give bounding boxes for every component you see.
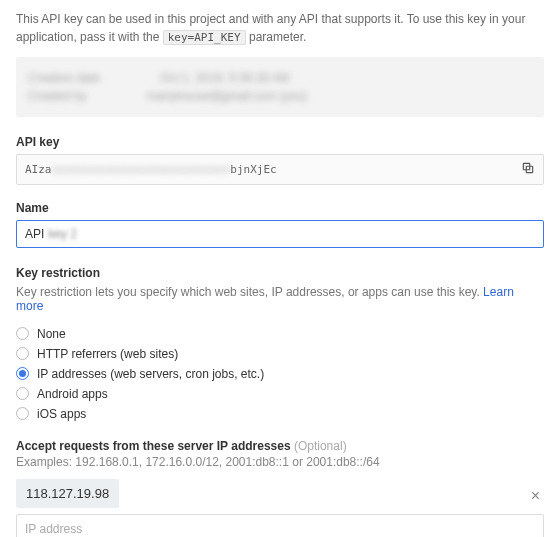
name-label: Name bbox=[16, 201, 544, 215]
api-key-prefix: AIza bbox=[25, 163, 52, 176]
api-key-field: AIzaxxxxxxxxxxxxxxxxxxxxxxxxxxxbjnXjEc bbox=[16, 154, 544, 185]
ip-address-input[interactable] bbox=[16, 514, 544, 538]
creation-meta-box: Creation date Oct 1, 2019, 5:38:28 AM Cr… bbox=[16, 57, 544, 117]
intro-part2: parameter. bbox=[249, 30, 306, 44]
api-key-suffix: bjnXjEc bbox=[230, 163, 276, 176]
ip-chip-label: 118.127.19.98 bbox=[26, 486, 109, 501]
radio-ios-apps[interactable]: iOS apps bbox=[16, 407, 544, 421]
radio-ip-addresses[interactable]: IP addresses (web servers, cron jobs, et… bbox=[16, 367, 544, 381]
meta-created-by-value: martyhouse@gmail.com (you) bbox=[147, 89, 307, 103]
meta-created-date-value: Oct 1, 2019, 5:38:28 AM bbox=[160, 71, 289, 85]
content-copy-icon[interactable] bbox=[521, 161, 535, 178]
intro-code: key=API_KEY bbox=[163, 30, 246, 45]
close-icon[interactable]: × bbox=[527, 487, 544, 505]
ip-chip[interactable]: 118.127.19.98 bbox=[16, 479, 119, 508]
ip-heading: Accept requests from these server IP add… bbox=[16, 439, 291, 453]
radio-label: HTTP referrers (web sites) bbox=[37, 347, 178, 361]
radio-label: IP addresses (web servers, cron jobs, et… bbox=[37, 367, 264, 381]
radio-dot-icon bbox=[16, 387, 29, 400]
radio-label: Android apps bbox=[37, 387, 108, 401]
radio-label: iOS apps bbox=[37, 407, 86, 421]
radio-dot-icon bbox=[16, 347, 29, 360]
api-key-label: API key bbox=[16, 135, 544, 149]
radio-http-referrers[interactable]: HTTP referrers (web sites) bbox=[16, 347, 544, 361]
ip-optional: (Optional) bbox=[294, 439, 347, 453]
radio-label: None bbox=[37, 327, 66, 341]
radio-dot-selected-icon bbox=[16, 367, 29, 380]
name-input[interactable]: API key 2 bbox=[16, 220, 544, 248]
ip-chip-row: 118.127.19.98 × bbox=[16, 479, 544, 514]
intro-text: This API key can be used in this project… bbox=[16, 10, 544, 47]
restriction-heading: Key restriction bbox=[16, 266, 544, 280]
restriction-help: Key restriction lets you specify which w… bbox=[16, 285, 544, 313]
name-value-hidden: key 2 bbox=[48, 227, 77, 241]
api-key-value: AIzaxxxxxxxxxxxxxxxxxxxxxxxxxxxbjnXjEc bbox=[25, 163, 277, 176]
ip-examples: Examples: 192.168.0.1, 172.16.0.0/12, 20… bbox=[16, 455, 544, 469]
meta-created-date-label: Creation date bbox=[28, 71, 100, 85]
name-value-visible: API bbox=[25, 227, 44, 241]
ip-section: Accept requests from these server IP add… bbox=[16, 439, 544, 538]
restriction-radio-group: None HTTP referrers (web sites) IP addre… bbox=[16, 327, 544, 421]
meta-created-by-label: Created by bbox=[28, 89, 87, 103]
radio-dot-icon bbox=[16, 407, 29, 420]
radio-android-apps[interactable]: Android apps bbox=[16, 387, 544, 401]
restriction-help-text: Key restriction lets you specify which w… bbox=[16, 285, 483, 299]
api-key-hidden: xxxxxxxxxxxxxxxxxxxxxxxxxxx bbox=[52, 163, 231, 176]
radio-dot-icon bbox=[16, 327, 29, 340]
radio-none[interactable]: None bbox=[16, 327, 544, 341]
